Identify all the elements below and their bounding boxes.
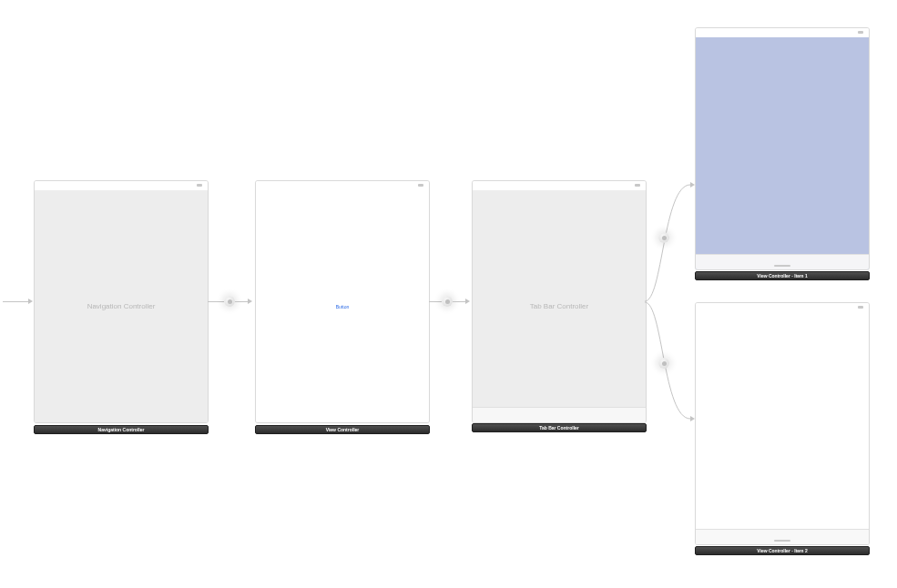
caption-text: View Controller - Item 2 <box>757 548 807 553</box>
initial-segue-arrowhead <box>28 299 33 304</box>
segue-show-icon[interactable] <box>442 296 453 307</box>
scene-view-controller[interactable]: Button <box>255 180 428 421</box>
segue-arrowhead-1 <box>248 299 252 304</box>
scene-body: Navigation Controller <box>35 190 208 422</box>
segue-line-1 <box>208 301 224 302</box>
scene-placeholder-label: Navigation Controller <box>87 302 156 310</box>
scene-body: Tab Bar Controller <box>473 190 646 422</box>
home-indicator <box>774 540 790 542</box>
scene-caption-navigation-controller[interactable]: Navigation Controller <box>34 425 209 434</box>
scene-view-controller-item1[interactable] <box>695 27 868 269</box>
caption-text: Navigation Controller <box>98 427 145 432</box>
home-indicator <box>774 265 790 267</box>
segue-root-relationship-icon[interactable] <box>224 296 235 307</box>
segue-relationship-item2-icon[interactable] <box>658 358 669 369</box>
scene-caption-item1[interactable]: View Controller - Item 1 <box>695 271 870 280</box>
tab-bar-area <box>473 407 646 422</box>
caption-text: Tab Bar Controller <box>539 425 579 431</box>
segue-line-1b <box>235 301 248 302</box>
scene-body <box>696 312 869 544</box>
scene-navigation-controller[interactable]: Navigation Controller <box>34 180 207 421</box>
caption-text: View Controller - Item 1 <box>757 273 807 279</box>
segue-curve-item1 <box>645 177 695 305</box>
scene-caption-tab-bar-controller[interactable]: Tab Bar Controller <box>472 423 647 432</box>
scene-caption-view-controller[interactable]: View Controller <box>255 425 430 434</box>
scene-caption-item2[interactable]: View Controller - Item 2 <box>695 546 870 555</box>
storyboard-canvas[interactable]: Navigation Controller Navigation Control… <box>0 0 897 588</box>
segue-line-2 <box>429 301 442 302</box>
storyboard-button-element[interactable]: Button <box>336 304 349 309</box>
segue-relationship-item1-icon[interactable] <box>658 232 669 243</box>
segue-arrowhead-2 <box>465 299 470 304</box>
scene-body <box>696 37 869 269</box>
caption-text: View Controller <box>326 427 360 432</box>
tab-bar-area <box>696 254 869 269</box>
scene-placeholder-label: Tab Bar Controller <box>530 302 588 310</box>
segue-curve-item2 <box>645 300 695 428</box>
segue-line-2b <box>453 301 465 302</box>
scene-view-controller-item2[interactable] <box>695 302 868 543</box>
tab-bar-area <box>696 529 869 544</box>
scene-body: Button <box>256 190 429 422</box>
scene-tab-bar-controller[interactable]: Tab Bar Controller <box>472 180 645 421</box>
initial-segue-line <box>3 301 28 302</box>
